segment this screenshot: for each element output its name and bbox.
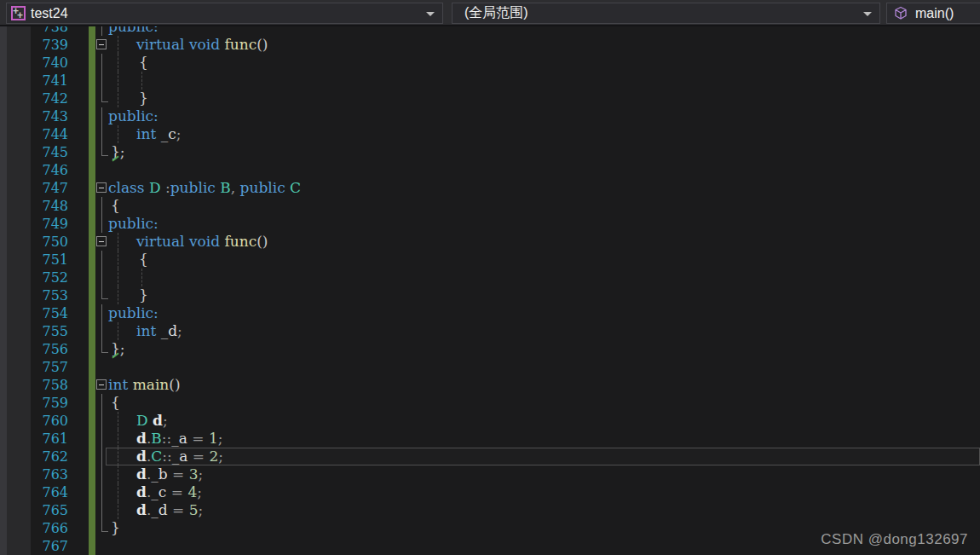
code-line-739[interactable]: 739virtual void func() — [0, 36, 980, 54]
line-number: 754 — [0, 304, 75, 322]
code-line-742[interactable]: 742} — [0, 90, 980, 107]
code-line-744[interactable]: 744int _c; — [0, 125, 980, 143]
code-content[interactable]: virtual void func() — [108, 233, 980, 251]
code-content[interactable]: d._d = 5; — [108, 501, 980, 519]
line-number: 761 — [0, 430, 75, 448]
code-line-758[interactable]: 758int main() — [0, 376, 980, 394]
code-line-760[interactable]: 760D d; — [0, 412, 980, 430]
code-line-756[interactable]: 756}; — [0, 340, 980, 358]
indent-guide — [118, 36, 118, 54]
line-number: 763 — [0, 465, 75, 483]
code-line-757[interactable]: 757 — [0, 358, 980, 376]
code-line-759[interactable]: 759{ — [0, 394, 980, 412]
code-content[interactable] — [108, 161, 980, 179]
line-number: 739 — [0, 36, 75, 54]
code-content[interactable]: d.C::_a = 2; — [108, 448, 980, 465]
scope-dropdown-label: (全局范围) — [464, 4, 528, 22]
line-number: 750 — [0, 233, 75, 251]
fold-margin — [95, 26, 108, 36]
line-number: 757 — [0, 358, 75, 376]
collapse-region-icon[interactable] — [96, 182, 107, 193]
code-content[interactable] — [108, 72, 980, 90]
code-line-741[interactable]: 741 — [0, 72, 980, 90]
code-line-765[interactable]: 765d._d = 5; — [0, 501, 980, 519]
code-line-764[interactable]: 764d._c = 4; — [0, 483, 980, 501]
code-content[interactable]: int main() — [108, 376, 980, 394]
fold-margin — [95, 269, 108, 286]
indent-guide — [118, 483, 118, 501]
code-content[interactable]: } — [108, 286, 980, 304]
code-line-750[interactable]: 750virtual void func() — [0, 233, 980, 251]
code-content[interactable] — [108, 358, 980, 376]
line-number: 756 — [0, 340, 75, 358]
fold-margin — [95, 215, 108, 233]
code-content[interactable]: { — [108, 54, 980, 72]
fold-margin[interactable] — [95, 179, 108, 197]
code-line-763[interactable]: 763d._b = 3; — [0, 465, 980, 483]
code-content[interactable]: public: — [108, 304, 980, 322]
collapse-region-icon[interactable] — [96, 379, 107, 390]
fold-margin[interactable] — [95, 376, 108, 394]
code-content[interactable]: public: — [108, 26, 980, 36]
code-content[interactable]: int _d; — [108, 322, 980, 340]
code-line-762[interactable]: 762d.C::_a = 2; — [0, 448, 980, 465]
member-dropdown[interactable]: main() — [886, 3, 980, 24]
code-content[interactable]: int _c; — [108, 125, 980, 143]
collapse-region-icon[interactable] — [96, 39, 107, 49]
code-line-740[interactable]: 740{ — [0, 54, 980, 72]
line-number: 746 — [0, 161, 75, 179]
indent-guide — [118, 90, 118, 107]
chevron-down-icon — [863, 12, 872, 16]
code-line-753[interactable]: 753} — [0, 286, 980, 304]
code-line-748[interactable]: 748{ — [0, 197, 980, 215]
code-line-749[interactable]: 749public: — [0, 215, 980, 233]
code-line-752[interactable]: 752 — [0, 269, 980, 286]
code-content[interactable]: d._b = 3; — [108, 465, 980, 483]
indent-guide — [118, 251, 118, 269]
indent-guide — [118, 269, 118, 286]
member-dropdown-label: main() — [915, 6, 954, 21]
code-content[interactable]: }; — [108, 340, 980, 358]
code-content[interactable]: D d; — [108, 412, 980, 430]
code-line-751[interactable]: 751{ — [0, 251, 980, 269]
project-dropdown[interactable]: ++ test24 — [6, 3, 443, 24]
code-content[interactable]: } — [108, 90, 980, 107]
indent-guide — [118, 322, 118, 340]
code-line-746[interactable]: 746 — [0, 161, 980, 179]
code-line-745[interactable]: 745}; — [0, 143, 980, 161]
code-line-761[interactable]: 761d.B::_a = 1; — [0, 430, 980, 448]
line-number: 767 — [0, 537, 75, 555]
code-content[interactable]: }; — [108, 143, 980, 161]
fold-margin — [95, 251, 108, 269]
project-dropdown-label: test24 — [31, 6, 68, 21]
code-line-754[interactable]: 754public: — [0, 304, 980, 322]
indent-guide — [118, 430, 118, 448]
line-number: 738 — [0, 26, 75, 36]
code-line-743[interactable]: 743public: — [0, 107, 980, 125]
fold-margin — [95, 465, 108, 483]
code-content[interactable]: virtual void func() — [108, 36, 980, 54]
code-content[interactable]: { — [108, 251, 980, 269]
fold-margin[interactable] — [95, 36, 108, 54]
code-line-747[interactable]: 747class D :public B, public C — [0, 179, 980, 197]
line-number: 764 — [0, 483, 75, 501]
code-content[interactable]: public: — [108, 215, 980, 233]
code-content[interactable]: d._c = 4; — [108, 483, 980, 501]
code-content[interactable]: { — [108, 197, 980, 215]
fold-margin — [95, 448, 108, 465]
line-number: 747 — [0, 179, 75, 197]
code-line-755[interactable]: 755int _d; — [0, 322, 980, 340]
code-content[interactable]: d.B::_a = 1; — [108, 430, 980, 448]
line-number: 755 — [0, 322, 75, 340]
code-content[interactable] — [108, 269, 980, 286]
fold-margin — [95, 501, 108, 519]
fold-margin[interactable] — [95, 233, 108, 251]
scope-dropdown[interactable]: (全局范围) — [452, 3, 880, 24]
code-line-738[interactable]: 738public: — [0, 26, 980, 36]
code-content[interactable]: { — [108, 394, 980, 412]
line-number: 751 — [0, 251, 75, 269]
collapse-region-icon[interactable] — [96, 236, 107, 246]
fold-margin — [95, 394, 108, 412]
code-content[interactable]: public: — [108, 107, 980, 125]
code-content[interactable]: class D :public B, public C — [108, 179, 980, 197]
